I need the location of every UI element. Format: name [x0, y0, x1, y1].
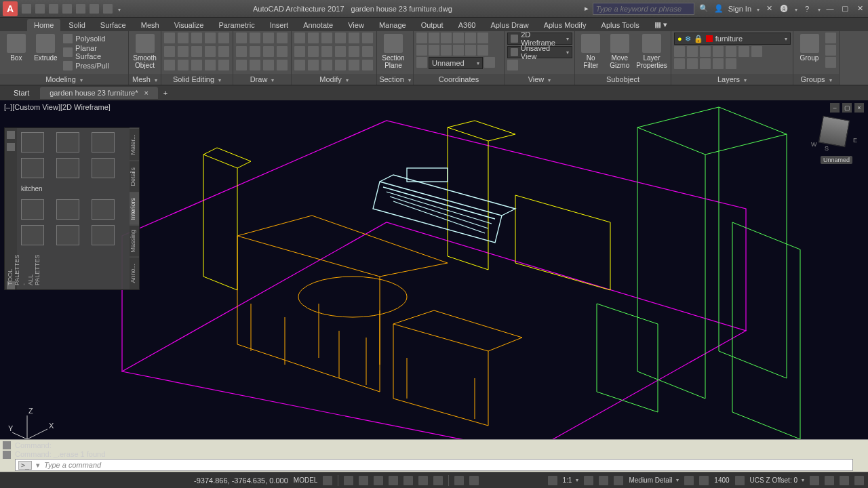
viewcube-ucs-label[interactable]: Unnamed: [821, 156, 852, 164]
ucs-combo[interactable]: Unnamed: [429, 57, 483, 69]
se-icon[interactable]: [178, 60, 189, 70]
transparency-icon[interactable]: [469, 476, 479, 485]
tab-output[interactable]: Output: [414, 19, 450, 31]
tab-view[interactable]: View: [341, 19, 371, 31]
layer-tool-icon[interactable]: [713, 58, 724, 69]
mod-icon[interactable]: [335, 46, 346, 57]
detail-level[interactable]: Medium Detail: [629, 476, 679, 484]
section-expand[interactable]: [407, 75, 411, 83]
se-icon[interactable]: [218, 46, 229, 57]
qat-open-icon[interactable]: [35, 4, 45, 14]
draw-icon[interactable]: [263, 60, 274, 70]
se-icon[interactable]: [205, 60, 216, 70]
planar-surface-button[interactable]: Planar Surface: [62, 46, 125, 58]
palette-item[interactable]: [92, 132, 115, 152]
tab-aplus-tools[interactable]: Aplus Tools: [595, 19, 646, 31]
palette-tab[interactable]: Interiors: [130, 192, 139, 225]
tab-home[interactable]: Home: [27, 19, 60, 31]
mod-icon[interactable]: [321, 60, 332, 70]
palette-item[interactable]: [21, 158, 44, 178]
tab-mesh[interactable]: Mesh: [134, 19, 166, 31]
sb-icon[interactable]: [599, 476, 608, 485]
smooth-object-button[interactable]: Smooth Object: [132, 33, 158, 70]
group-tool-icon[interactable]: [825, 57, 836, 68]
layer-tool-icon[interactable]: [687, 58, 698, 69]
presspull-button[interactable]: Press/Pull: [62, 60, 125, 72]
mod-icon[interactable]: [321, 33, 332, 43]
a360-menu[interactable]: [793, 5, 797, 13]
coord-icon[interactable]: [416, 57, 427, 68]
polysolid-button[interactable]: Polysolid: [62, 33, 125, 45]
tab-manage[interactable]: Manage: [372, 19, 413, 31]
mod-icon[interactable]: [321, 46, 332, 57]
help-menu[interactable]: [816, 5, 821, 13]
mod-icon[interactable]: [362, 60, 373, 70]
coord-icon[interactable]: [465, 33, 476, 43]
coordinates-readout[interactable]: -9374.866, -3764.635, 0.000: [4, 476, 288, 485]
se-icon[interactable]: [178, 46, 189, 57]
drawing-viewport[interactable]: [–][Custom View][2D Wireframe] – ▢ ×: [0, 100, 868, 453]
view-icon[interactable]: [507, 60, 518, 70]
command-handles[interactable]: [3, 441, 11, 459]
clean-screen-icon[interactable]: [840, 476, 849, 485]
qat-save-icon[interactable]: [49, 4, 58, 14]
mod-icon[interactable]: [308, 60, 319, 70]
dynucs-icon[interactable]: [418, 476, 428, 485]
palette-item[interactable]: [56, 199, 79, 220]
layer-combo[interactable]: ●❄🔒 furniture: [674, 33, 791, 45]
a360-icon[interactable]: 🅐: [778, 3, 789, 14]
layer-tool-icon[interactable]: [687, 46, 698, 57]
groups-expand[interactable]: [828, 75, 832, 83]
draw-icon[interactable]: [250, 33, 260, 43]
group-tool-icon[interactable]: [825, 33, 836, 43]
se-icon[interactable]: [191, 33, 202, 43]
tab-add-button[interactable]: +: [159, 87, 172, 99]
draw-icon[interactable]: [263, 33, 274, 43]
se-icon[interactable]: [191, 60, 202, 70]
se-icon[interactable]: [178, 33, 189, 43]
se-icon[interactable]: [164, 46, 175, 57]
ortho-icon[interactable]: [359, 476, 368, 485]
draw-expand[interactable]: [270, 75, 274, 83]
qat-print-icon[interactable]: [76, 4, 85, 14]
hardware-accel-icon[interactable]: [825, 476, 834, 485]
ucs-offset[interactable]: UCS Z Offset: 0: [750, 476, 804, 484]
sb-icon[interactable]: [614, 476, 623, 485]
palette-item[interactable]: [92, 158, 115, 178]
signin-menu[interactable]: [755, 5, 760, 13]
layer-tool-icon[interactable]: [738, 46, 749, 57]
palette-item[interactable]: [92, 225, 115, 245]
coord-icon[interactable]: [441, 45, 452, 56]
tool-palette[interactable]: TOOL PALETTES - ALL PALETTES kitchen Mat…: [4, 127, 140, 290]
draw-icon[interactable]: [236, 33, 247, 43]
mod-icon[interactable]: [362, 33, 373, 43]
layer-tool-icon[interactable]: [726, 46, 736, 57]
maximize-button[interactable]: ▢: [840, 3, 850, 14]
search-input[interactable]: [593, 3, 694, 15]
palette-tab[interactable]: Details: [130, 161, 139, 193]
layer-tool-icon[interactable]: [700, 46, 711, 57]
qat-saveall-icon[interactable]: [62, 4, 72, 14]
coord-icon[interactable]: [441, 33, 452, 43]
draw-icon[interactable]: [250, 60, 260, 70]
draw-icon[interactable]: [236, 60, 247, 70]
coord-icon[interactable]: [416, 45, 427, 56]
draw-icon[interactable]: [250, 46, 260, 57]
isolate-icon[interactable]: [810, 476, 819, 485]
group-button[interactable]: Group: [796, 33, 823, 63]
ribbon-overflow[interactable]: ▦ ▾: [648, 18, 674, 31]
sb-icon[interactable]: [548, 476, 557, 485]
mod-icon[interactable]: [335, 33, 346, 43]
customize-icon[interactable]: [854, 476, 864, 485]
layer-tool-icon[interactable]: [751, 46, 762, 57]
se-icon[interactable]: [164, 60, 175, 70]
draw-icon[interactable]: [263, 46, 274, 57]
mod-icon[interactable]: [349, 60, 359, 70]
tab-solid[interactable]: Solid: [62, 19, 92, 31]
mod-icon[interactable]: [294, 60, 305, 70]
tab-parametric[interactable]: Parametric: [212, 19, 261, 31]
palette-item[interactable]: [21, 132, 44, 152]
mesh-expand[interactable]: [153, 75, 157, 83]
command-window[interactable]: Command: Command: _.erase 1 found >_ ▾ T…: [0, 439, 868, 472]
tab-surface[interactable]: Surface: [94, 19, 133, 31]
